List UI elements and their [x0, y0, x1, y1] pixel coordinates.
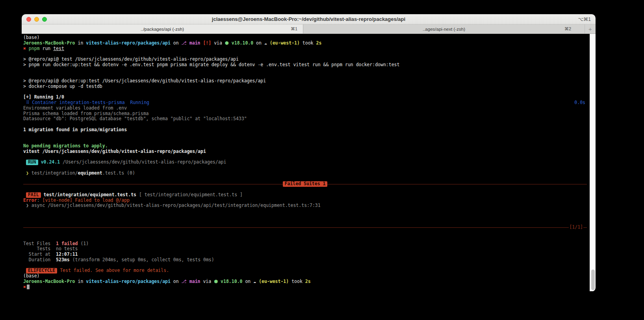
terminal-line	[23, 133, 587, 138]
terminal-cursor	[27, 285, 30, 289]
terminal-line: ELIFECYCLE Test failed. See above for mo…	[23, 268, 587, 273]
terminal-line: FAIL test/integration/equipment.test.ts …	[23, 192, 587, 198]
terminal-line	[23, 165, 587, 171]
terminal-line: ✖ pnpm run test	[23, 46, 587, 52]
scrollbar-track[interactable]	[590, 34, 596, 291]
terminal-line: Jeroens-MacBook-Pro in vitest-alias-repr…	[23, 279, 587, 285]
terminal-line: vitest /Users/jclaessens/dev/github/vite…	[23, 149, 587, 154]
terminal-line: Start at 12:07:11	[23, 252, 587, 257]
terminal-line	[23, 236, 587, 241]
terminal-line: ❯ test/integration/equipment.test.ts (0)	[23, 171, 587, 176]
terminal-line: ✖	[23, 285, 587, 290]
terminal-line: Test Files 1 failed (1)	[23, 241, 587, 247]
progress-label: [1/1]	[569, 225, 583, 230]
window-titlebar[interactable]: jclaessens@Jeroens-MacBook-Pro:~/dev/git…	[22, 14, 596, 24]
terminal-line	[23, 230, 587, 236]
terminal-line	[23, 138, 587, 143]
terminal-line: RUN v0.24.1 /Users/jclaessens/dev/github…	[23, 160, 587, 165]
terminal-divider: [1/1]	[23, 225, 587, 230]
terminal-line	[23, 89, 587, 95]
terminal-line: > @repro/api@ docker:up:test /Users/jcla…	[23, 78, 587, 84]
tab-bar: ../packages/api (-zsh) ⌘1 ..ages/api-nex…	[22, 24, 596, 34]
terminal-line	[23, 122, 587, 127]
window-title: jclaessens@Jeroens-MacBook-Pro:~/dev/git…	[22, 16, 596, 22]
terminal-line: Tests no tests	[23, 246, 587, 252]
terminal-line	[23, 176, 587, 182]
terminal-line	[23, 154, 587, 160]
zoom-button[interactable]	[42, 17, 47, 22]
tab-shortcut: ⌘1	[291, 26, 297, 32]
terminal-line	[23, 73, 587, 78]
terminal-line: 1 migration found in prisma/migrations	[23, 127, 587, 133]
terminal-line	[23, 263, 587, 268]
terminal-line: Jeroens-MacBook-Pro in vitest-alias-repr…	[23, 41, 587, 46]
failed-suites-badge: Failed Suites 1	[283, 181, 328, 187]
terminal-line: ❯ async /Users/jclaessens/dev/github/vit…	[23, 203, 587, 208]
terminal-line: > @repro/api@ test /Users/jclaessens/dev…	[23, 57, 587, 62]
terminal-pane: (base)Jeroens-MacBook-Pro in vitest-alia…	[22, 34, 596, 291]
terminal-line: > docker-compose up -d testdb	[23, 84, 587, 89]
terminal-line: Duration 523ms (transform 204ms, setup 0…	[23, 257, 587, 263]
terminal-body[interactable]: (base)Jeroens-MacBook-Pro in vitest-alia…	[22, 34, 596, 291]
scrollbar-thumb[interactable]	[591, 270, 595, 290]
new-tab-button[interactable]: +	[585, 24, 596, 33]
terminal-line: Environment variables loaded from .env	[23, 106, 587, 111]
window-shortcut-label: ⌥⌘1	[578, 17, 591, 22]
minimize-button[interactable]	[34, 17, 39, 22]
traffic-lights	[26, 14, 47, 24]
terminal-line: Datasource "db": PostgreSQL database "te…	[23, 116, 587, 122]
terminal-line: No pending migrations to apply.	[23, 143, 587, 149]
terminal-line: (base)	[23, 35, 587, 41]
tab-api-next[interactable]: ..ages/api-next (-zsh) ⌘2	[303, 24, 585, 33]
terminal-line	[23, 214, 587, 220]
terminal-line	[23, 187, 587, 192]
terminal-line: Prisma schema loaded from prisma/schema.…	[23, 111, 587, 117]
terminal-line: [+] Running 1/0	[23, 95, 587, 100]
terminal-window: jclaessens@Jeroens-MacBook-Pro:~/dev/git…	[22, 14, 596, 292]
terminal-line: > pnpm run docker:up:test && dotenv -e .…	[23, 62, 587, 68]
terminal-line: Error: [vite-node] Failed to load @/app	[23, 198, 587, 203]
terminal-line: 0.0s ⠿ Container integration-tests-prism…	[23, 100, 587, 106]
terminal-line	[23, 51, 587, 57]
tab-shortcut: ⌘2	[564, 26, 571, 32]
close-button[interactable]	[26, 17, 31, 22]
terminal-line	[23, 220, 587, 225]
terminal-divider: Failed Suites 1	[23, 181, 587, 187]
tab-label: ..ages/api-next (-zsh)	[423, 27, 465, 32]
terminal-line	[23, 68, 587, 73]
terminal-line: (base)	[23, 273, 587, 279]
tab-packages-api[interactable]: ../packages/api (-zsh) ⌘1	[22, 24, 303, 33]
terminal-line	[23, 208, 587, 214]
tab-label: ../packages/api (-zsh)	[141, 27, 184, 32]
